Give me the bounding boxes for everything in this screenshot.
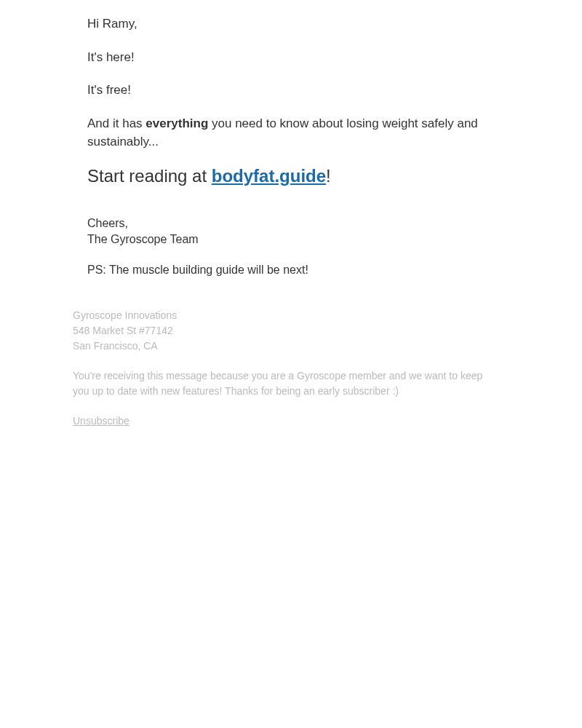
unsubscribe-link[interactable]: Unsubscribe (73, 415, 129, 427)
footer-address: Gyroscope Innovations 548 Market St #771… (73, 308, 495, 354)
signoff-line-2: The Gyroscope Team (87, 232, 495, 248)
cta-heading: Start reading at bodyfat.guide! (87, 166, 495, 186)
body-line-3-bold: everything (146, 116, 208, 130)
body-line-1: It's here! (87, 48, 495, 67)
footer-address-line-2: San Francisco, CA (73, 339, 495, 354)
body-line-3-prefix: And it has (87, 116, 146, 130)
signoff-block: Cheers, The Gyroscope Team (87, 215, 495, 248)
email-container: Hi Ramy, It's here! It's free! And it ha… (73, 15, 509, 429)
email-footer: Gyroscope Innovations 548 Market St #771… (73, 308, 495, 429)
cta-suffix: ! (326, 166, 331, 186)
ps-text: PS: The muscle building guide will be ne… (87, 262, 495, 278)
email-content: Hi Ramy, It's here! It's free! And it ha… (87, 15, 495, 308)
signoff-line-1: Cheers, (87, 215, 495, 232)
cta-link[interactable]: bodyfat.guide (212, 166, 326, 186)
footer-company: Gyroscope Innovations (73, 308, 495, 323)
footer-address-line-1: 548 Market St #77142 (73, 323, 495, 339)
greeting-text: Hi Ramy, (87, 15, 495, 33)
footer-info: You're receiving this message because yo… (73, 368, 495, 399)
cta-prefix: Start reading at (87, 166, 212, 186)
body-line-3: And it has everything you need to know a… (87, 114, 495, 151)
body-line-2: It's free! (87, 81, 495, 100)
